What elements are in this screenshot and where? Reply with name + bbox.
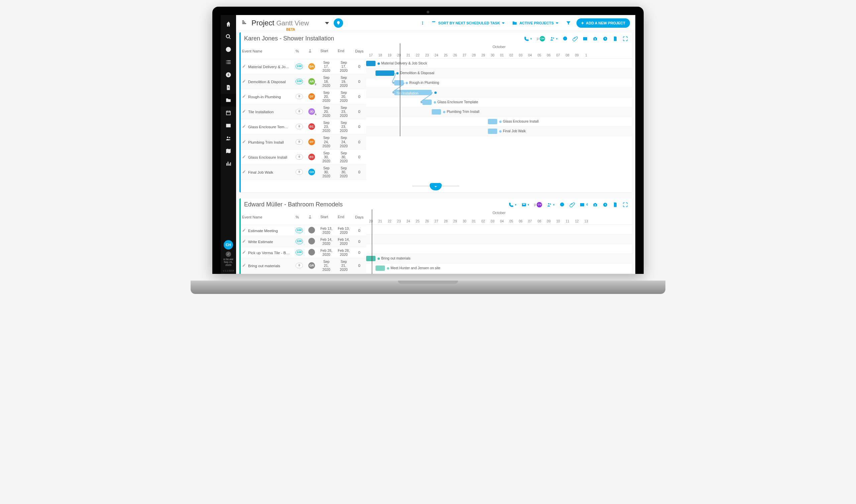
nav-tasks[interactable] (221, 56, 236, 69)
gantt-bar[interactable] (394, 80, 404, 86)
team-icon[interactable]: ▾ (547, 202, 555, 208)
edit-icon[interactable] (242, 79, 246, 84)
expand-icon[interactable] (622, 36, 628, 41)
attach-icon[interactable] (572, 36, 578, 41)
nav-calendar[interactable] (221, 107, 236, 119)
nav-time[interactable] (221, 43, 236, 56)
task-row[interactable]: Plumbing Trim Install 0 DT Sep 24,2020 S… (239, 134, 366, 149)
gantt-row[interactable]: Tile Installation (366, 88, 632, 97)
gantt-row[interactable] (366, 244, 632, 254)
sort-dropdown[interactable]: SORT BY NEXT SCHEDULED TASK (429, 19, 507, 27)
time-icon[interactable] (602, 36, 608, 41)
gantt-bar[interactable] (366, 256, 376, 261)
hint-button[interactable] (334, 18, 343, 28)
nav-map[interactable] (221, 145, 236, 157)
nav-home[interactable] (221, 18, 236, 30)
edit-icon[interactable] (242, 239, 246, 244)
task-row[interactable]: Material Delivery & Job St... 100 DA Sep… (239, 59, 366, 74)
doc-icon[interactable] (613, 202, 618, 208)
project-owner[interactable]: pCH (537, 36, 545, 41)
task-row[interactable]: Write Estimate 100 Feb 14,2020 Feb 14,20… (239, 236, 366, 247)
edit-icon[interactable] (242, 124, 246, 129)
project-card: Karen Jones - Shower Installation ▾ pCH … (239, 32, 632, 192)
task-row[interactable]: Glass Enclosure Template 0 EC Sep 23,202… (239, 119, 366, 134)
gantt-bar[interactable] (488, 119, 497, 124)
gantt-row[interactable]: Trim kit Install/Caulking/Trash pickup (366, 273, 632, 274)
project-owner[interactable]: pCV (534, 202, 542, 208)
gantt-row[interactable]: Glass Enclosure Template (366, 97, 632, 107)
project-card: Edward Müller - Bathroom Remodels ▾ ▾ pC… (239, 198, 632, 274)
sidebar: $ $ CH 6:58 AMSep 21, 2020 v 1.1.0219 (221, 15, 236, 274)
photo-icon[interactable]: 4 (580, 202, 588, 208)
team-icon[interactable]: ▾ (550, 36, 558, 41)
nav-reports[interactable] (221, 157, 236, 170)
gantt-row[interactable]: Material Delivery & Job Stock (366, 59, 632, 69)
gantt-bar[interactable] (488, 129, 497, 134)
view-dropdown[interactable] (325, 22, 329, 24)
topbar: Project Gantt View BETA SORT BY NEXT SCH… (236, 15, 635, 30)
gantt-bar[interactable] (376, 266, 385, 271)
edit-icon[interactable] (242, 109, 246, 114)
gantt-row[interactable] (366, 234, 632, 244)
edit-icon[interactable] (242, 64, 246, 69)
mail-icon[interactable]: ▾ (521, 202, 529, 208)
project-title: Edward Müller - Bathroom Remodels (244, 201, 509, 208)
add-project-button[interactable]: +ADD A NEW PROJECT (577, 18, 630, 28)
task-row[interactable]: Rough-in Plumbing 0 DT Sep 20,2020 Sep 2… (239, 89, 366, 104)
edit-icon[interactable] (242, 155, 246, 159)
gantt-row[interactable]: Meet Hunter and Jensen on site (366, 264, 632, 273)
doc-icon[interactable] (613, 36, 618, 41)
nav-money[interactable]: $ (221, 69, 236, 81)
gantt-bar[interactable] (366, 61, 376, 66)
sort-settings-button[interactable] (416, 19, 426, 27)
time-icon[interactable] (602, 202, 608, 208)
attach-icon[interactable] (569, 202, 575, 208)
task-row[interactable]: Estimate Meeting 100 Feb 13,2020 Feb 13,… (239, 225, 366, 236)
gantt-row[interactable]: Final Job Walk (366, 127, 632, 136)
edit-icon[interactable] (242, 250, 246, 255)
nav-photos[interactable] (221, 119, 236, 132)
task-row[interactable]: Glass Enclosure Install 0 EC Sep 30,2020… (239, 149, 366, 164)
filter-button[interactable] (564, 19, 573, 27)
svg-point-15 (550, 203, 551, 204)
gantt-row[interactable]: Glass Enclosure Install (366, 117, 632, 127)
task-row[interactable]: Bring out materials 0 GR Sep 21,2020 Sep… (239, 258, 366, 273)
gantt-row[interactable]: Bring out materials (366, 254, 632, 264)
svg-point-17 (595, 204, 596, 205)
nav-projects[interactable] (221, 94, 236, 107)
photo-icon[interactable] (582, 36, 588, 41)
nav-invoices[interactable]: $ (221, 81, 236, 94)
camera-icon[interactable] (593, 36, 598, 41)
gantt-row[interactable]: Demolition & Disposal (366, 69, 632, 78)
phone-icon[interactable]: ▾ (509, 202, 517, 208)
edit-icon[interactable] (242, 228, 246, 233)
filter-dropdown[interactable]: ACTIVE PROJECTS (510, 19, 561, 27)
collapse-handle[interactable] (239, 180, 632, 192)
gantt-bar[interactable] (422, 100, 432, 105)
clock: 6:58 AMSep 21, 2020 (221, 258, 236, 270)
task-row[interactable]: Tile Installation 0 JD4 Sep 20,2020 Sep … (239, 104, 366, 119)
nav-team[interactable] (221, 132, 236, 145)
task-row[interactable]: Meet Hunter and Jensen ... 0 CV Sep 22,2… (239, 273, 366, 274)
edit-icon[interactable] (242, 170, 246, 174)
chat-icon[interactable] (562, 36, 568, 41)
task-row[interactable]: Demolition & Disposal 100 AR2 Sep 18,202… (239, 74, 366, 89)
expand-icon[interactable] (622, 202, 628, 208)
gantt-row[interactable]: Plumbing Trim Install (366, 107, 632, 117)
gantt-row[interactable] (366, 225, 632, 234)
task-row[interactable]: Final Job Walk 0 CH Sep 30,2020 Sep 30,2… (239, 164, 366, 179)
edit-icon[interactable] (242, 94, 246, 99)
nav-search[interactable] (221, 30, 236, 43)
edit-icon[interactable] (242, 263, 246, 268)
gantt-row[interactable]: Rough-in Plumbing (366, 78, 632, 88)
edit-icon[interactable] (242, 140, 246, 144)
phone-icon[interactable]: ▾ (524, 36, 532, 41)
gantt-bar[interactable] (432, 109, 441, 114)
camera-icon[interactable] (593, 202, 598, 208)
user-avatar[interactable]: CH (224, 240, 233, 250)
chat-icon[interactable] (560, 202, 565, 208)
sync-status[interactable] (226, 252, 231, 257)
gantt-bar[interactable] (376, 71, 394, 76)
svg-point-19 (310, 215, 311, 217)
task-row[interactable]: Pick up Verma Tile - Bring... 100 Feb 28… (239, 247, 366, 258)
